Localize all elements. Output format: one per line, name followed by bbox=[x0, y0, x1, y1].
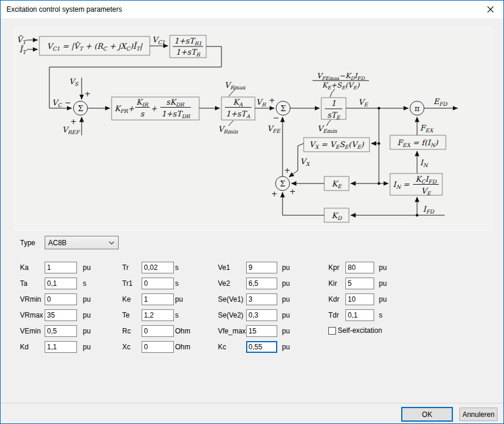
xc-unit: Ohm bbox=[175, 341, 190, 353]
svg-text:KA: KA bbox=[233, 98, 243, 108]
xc-input[interactable] bbox=[142, 341, 174, 353]
svg-text:1+sTDR: 1+sTDR bbox=[162, 109, 191, 119]
block-diagram-panel: V̄T ĪT VC1 = |V̄T + (RC + jXC)ĪT| VC1 1+… bbox=[15, 28, 492, 231]
vrmax-unit: pu bbox=[83, 309, 90, 321]
vrmax-input[interactable] bbox=[45, 309, 77, 321]
vrmin-input[interactable] bbox=[45, 293, 77, 305]
svg-text:VFE: VFE bbox=[267, 124, 281, 134]
svg-text:VE: VE bbox=[421, 186, 431, 196]
svg-text:VEmin: VEmin bbox=[317, 124, 337, 134]
window-title: Excitation control system parameters bbox=[6, 1, 122, 18]
svg-text:VR: VR bbox=[256, 98, 266, 108]
summing-junction-3: Σ + + VFE bbox=[267, 117, 296, 198]
ve2-label: Ve2 bbox=[218, 278, 230, 289]
svg-text:VFEmax−KDIFD: VFEmax−KDIFD bbox=[317, 72, 365, 81]
type-label: Type bbox=[20, 236, 35, 249]
ve1-input[interactable] bbox=[246, 262, 277, 273]
vemin-unit: pu bbox=[83, 325, 90, 337]
xc-label: Xc bbox=[122, 341, 130, 353]
svg-text:Σ: Σ bbox=[280, 104, 285, 113]
kd-block: KD bbox=[283, 192, 349, 222]
svg-text:s: s bbox=[140, 109, 145, 118]
vrmin-label: VRmin bbox=[20, 293, 41, 305]
tdr-input[interactable] bbox=[345, 309, 374, 321]
kpr-unit: pu bbox=[379, 262, 387, 273]
excitation-block-diagram: V̄T ĪT VC1 = |V̄T + (RC + jXC)ĪT| VC1 1+… bbox=[15, 28, 492, 230]
kpr-input[interactable] bbox=[345, 262, 374, 273]
product-junction: π EFD FEX bbox=[410, 97, 458, 135]
vfemax-input[interactable] bbox=[246, 325, 277, 337]
close-icon bbox=[487, 6, 494, 13]
close-button[interactable] bbox=[477, 1, 503, 18]
svg-text:KE: KE bbox=[332, 179, 342, 189]
kir-input[interactable] bbox=[345, 278, 374, 289]
tr-unit: s bbox=[175, 262, 179, 273]
ta-label: Ta bbox=[20, 278, 28, 289]
ka-unit: pu bbox=[83, 262, 90, 273]
kc-label: Kc bbox=[218, 341, 226, 353]
tr1-input[interactable] bbox=[142, 278, 174, 289]
vrmax-label: VRmax bbox=[20, 309, 43, 321]
self-excitation-checkbox[interactable] bbox=[328, 327, 336, 335]
te-label: Te bbox=[122, 309, 130, 321]
ta-unit: s bbox=[83, 278, 86, 289]
kd-input[interactable] bbox=[45, 341, 77, 353]
self-excitation-label: Self-excitation bbox=[338, 325, 382, 336]
dialog-window: Excitation control system parameters V̄T… bbox=[0, 0, 504, 424]
tr-input[interactable] bbox=[142, 262, 174, 273]
rc-unit: Ohm bbox=[175, 325, 190, 337]
vemin-label: VEmin bbox=[20, 325, 41, 337]
vemin-input[interactable] bbox=[45, 325, 77, 337]
svg-text:+: + bbox=[290, 187, 296, 196]
ke-input[interactable] bbox=[142, 293, 174, 305]
tr-label: Tr bbox=[122, 262, 129, 273]
svg-text:VRmax: VRmax bbox=[224, 81, 246, 91]
ve2-input[interactable] bbox=[246, 278, 277, 289]
tr1-unit: s bbox=[175, 278, 179, 289]
ke-unit: pu bbox=[175, 293, 183, 305]
seve2-input[interactable] bbox=[246, 309, 277, 321]
cancel-button[interactable]: Annuleren bbox=[459, 408, 498, 421]
fex-function-block: FEX = f(IN) IN bbox=[390, 135, 446, 173]
svg-text:KCIFD: KCIFD bbox=[415, 175, 436, 185]
kc-unit: pu bbox=[282, 341, 290, 353]
svg-text:KE+SE(VE): KE+SE(VE) bbox=[322, 81, 360, 91]
svg-text:Σ: Σ bbox=[280, 179, 285, 188]
ta-input[interactable] bbox=[45, 278, 77, 289]
type-select[interactable]: AC8B bbox=[45, 236, 119, 249]
exciter-integrator-block: 1 sTE VFEmax−KDIFD KE+SE(VE) VEmin VE bbox=[313, 72, 408, 134]
kdr-input[interactable] bbox=[345, 293, 374, 305]
chevron-down-icon bbox=[105, 241, 118, 245]
svg-text:π: π bbox=[415, 104, 420, 113]
pid-block: KPR+ KIR s + sKDR 1+sTDR bbox=[112, 97, 220, 120]
tdr-unit: s bbox=[379, 309, 382, 321]
type-select-value: AC8B bbox=[45, 239, 105, 247]
kc-input[interactable] bbox=[246, 341, 277, 353]
svg-text:1: 1 bbox=[331, 99, 336, 108]
svg-text:EFD: EFD bbox=[434, 97, 448, 107]
te-input[interactable] bbox=[142, 309, 174, 321]
svg-text:VX = VESE(VE): VX = VESE(VE) bbox=[310, 140, 365, 150]
svg-text:+: + bbox=[271, 189, 278, 198]
svg-text:VREF: VREF bbox=[62, 125, 80, 135]
ka-label: Ka bbox=[20, 262, 29, 273]
summing-junction-1: Σ VC − VS + VREF + bbox=[52, 77, 110, 135]
kpr-label: Kpr bbox=[328, 262, 340, 273]
svg-text:VC1: VC1 bbox=[152, 35, 165, 45]
rc-label: Rc bbox=[122, 325, 131, 337]
regulator-block: KA 1+sTA VRmax VRmin VR bbox=[218, 81, 274, 135]
ok-button[interactable]: OK bbox=[401, 407, 453, 422]
tdr-label: Tdr bbox=[328, 309, 339, 321]
ve1-label: Ve1 bbox=[218, 262, 230, 273]
kir-label: Kir bbox=[328, 278, 337, 289]
vrmin-unit: pu bbox=[83, 293, 90, 305]
svg-text:1+sTR1: 1+sTR1 bbox=[174, 36, 201, 46]
terminal-inputs: V̄T ĪT bbox=[17, 35, 38, 55]
ve2-unit: pu bbox=[282, 278, 290, 289]
rc-input[interactable] bbox=[142, 325, 174, 337]
svg-text:IFD: IFD bbox=[423, 205, 434, 215]
ka-input[interactable] bbox=[45, 262, 77, 273]
seve1-label: Se(Ve1) bbox=[218, 293, 243, 305]
svg-text:+: + bbox=[284, 166, 291, 175]
seve1-input[interactable] bbox=[246, 293, 277, 305]
